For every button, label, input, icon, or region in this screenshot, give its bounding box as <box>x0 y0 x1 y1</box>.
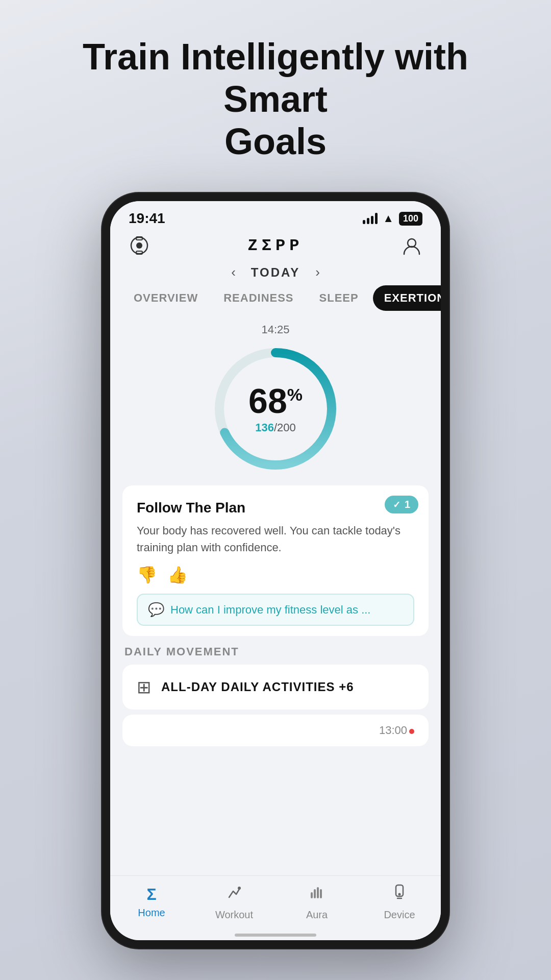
tab-sleep[interactable]: SLEEP <box>308 285 370 311</box>
nav-home[interactable]: Σ Home <box>126 885 177 919</box>
svg-rect-2 <box>136 251 142 254</box>
tab-readiness[interactable]: READINESS <box>212 285 305 311</box>
page-title: Train Intelligently with Smart Goals <box>0 36 551 162</box>
section-daily-movement-label: DAILY MOVEMENT <box>122 645 429 658</box>
battery-icon: 100 <box>399 212 422 226</box>
gauge-chart: 68% 136/200 <box>209 342 342 475</box>
wifi-icon: ▲ <box>383 212 394 225</box>
signal-icon <box>363 213 378 224</box>
gauge-sub: 136/200 <box>248 421 303 434</box>
plan-feedback: 👎 👍 <box>137 565 414 584</box>
thumbdown-button[interactable]: 👎 <box>137 565 157 584</box>
prev-date-button[interactable]: ‹ <box>231 264 236 280</box>
plan-card: ✓ 1 Follow The Plan Your body has recove… <box>122 485 429 636</box>
tab-exertion[interactable]: EXERTION <box>373 285 441 311</box>
partial-card: 13:00 <box>122 715 429 746</box>
aura-icon <box>308 883 326 906</box>
plan-title: Follow The Plan <box>137 500 414 516</box>
home-bar <box>235 934 316 937</box>
svg-rect-10 <box>317 887 319 898</box>
activity-icon: ⊞ <box>137 677 151 697</box>
home-indicator <box>110 930 441 940</box>
nav-workout[interactable]: Workout <box>209 883 260 921</box>
chat-icon: 💬 <box>148 602 164 618</box>
nav-aura-label: Aura <box>306 909 328 921</box>
gauge-time: 14:25 <box>261 323 289 336</box>
svg-rect-11 <box>320 889 322 898</box>
tab-overview[interactable]: OVERVIEW <box>122 285 209 311</box>
gauge-section: 14:25 68% <box>110 318 441 485</box>
svg-rect-9 <box>314 889 316 898</box>
home-icon: Σ <box>146 885 156 904</box>
svg-point-4 <box>408 239 416 247</box>
nav-aura[interactable]: Aura <box>291 883 342 921</box>
thumbup-button[interactable]: 👍 <box>167 565 188 584</box>
status-bar: 19:41 ▲ 100 <box>110 201 441 230</box>
status-time: 19:41 <box>129 210 165 227</box>
svg-point-13 <box>398 893 401 896</box>
activity-card[interactable]: ⊞ ALL-DAY DAILY ACTIVITIES +6 <box>122 665 429 709</box>
date-nav: ‹ TODAY › <box>110 261 441 285</box>
ask-ai-text: How can I improve my fitness level as ..… <box>170 603 370 617</box>
app-logo: ZΣPP <box>248 236 304 255</box>
nav-device[interactable]: Device <box>374 883 425 921</box>
next-date-button[interactable]: › <box>315 264 320 280</box>
content-area: ✓ 1 Follow The Plan Your body has recove… <box>110 485 441 875</box>
top-nav: ZΣPP <box>110 230 441 261</box>
phone-frame: 19:41 ▲ 100 ZΣPP <box>102 193 449 948</box>
svg-rect-1 <box>136 237 142 240</box>
svg-rect-8 <box>311 892 313 898</box>
svg-point-3 <box>136 242 142 249</box>
ask-ai-button[interactable]: 💬 How can I improve my fitness level as … <box>137 594 414 626</box>
svg-point-7 <box>238 887 241 890</box>
nav-device-label: Device <box>384 909 415 921</box>
bottom-nav: Σ Home Workout <box>110 875 441 930</box>
profile-icon[interactable] <box>401 235 422 256</box>
date-label: TODAY <box>251 265 300 280</box>
watch-icon[interactable] <box>129 235 150 256</box>
check-icon: ✓ <box>393 499 400 510</box>
time-badge: 13:00 <box>379 724 414 737</box>
workout-icon <box>225 883 243 906</box>
activity-row: ⊞ ALL-DAY DAILY ACTIVITIES +6 <box>137 677 414 697</box>
alert-dot <box>409 729 414 734</box>
plan-description: Your body has recovered well. You can ta… <box>137 522 414 556</box>
plan-badge: ✓ 1 <box>385 496 418 513</box>
tabs-bar: OVERVIEW READINESS SLEEP EXERTION <box>110 285 441 318</box>
activity-label: ALL-DAY DAILY ACTIVITIES +6 <box>161 680 354 694</box>
phone-screen: 19:41 ▲ 100 ZΣPP <box>110 201 441 940</box>
nav-home-label: Home <box>138 907 165 919</box>
device-icon <box>390 883 409 906</box>
gauge-percent: 68% <box>248 383 303 418</box>
gauge-center: 68% 136/200 <box>248 383 303 434</box>
status-icons: ▲ 100 <box>363 212 422 226</box>
nav-workout-label: Workout <box>215 909 253 921</box>
